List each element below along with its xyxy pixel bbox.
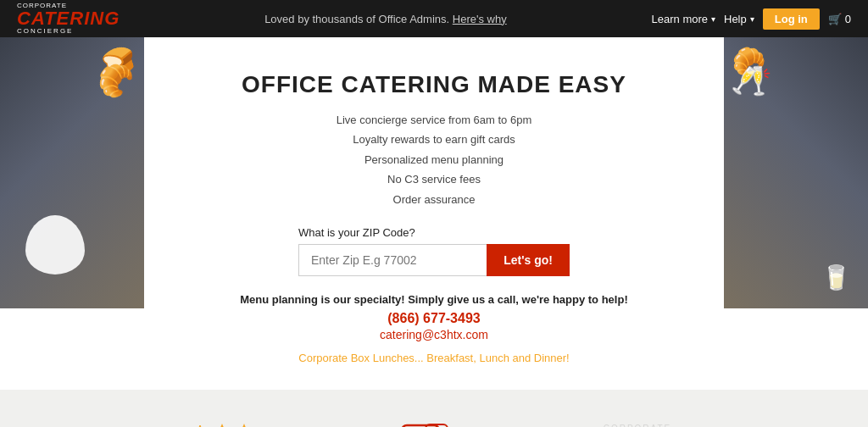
zip-submit-button[interactable]: Let's go! (487, 244, 570, 276)
feature-block-locally-owned: Locally owned. Ranked #1 since 2008 (146, 424, 298, 427)
zip-label: What is your ZIP Code? (298, 226, 415, 239)
zip-input[interactable] (298, 244, 487, 276)
feature-line-1: Live concierge service from 6am to 6pm (337, 110, 531, 130)
site-header: CORPORATE CATERING CONCIERGE Loved by th… (0, 0, 868, 37)
menu-planning-text: Menu planning is our specialty! Simply g… (240, 293, 627, 306)
login-button[interactable]: Log in (763, 8, 820, 30)
features-section: Locally owned. Ranked #1 since 2008 Spea… (0, 390, 868, 427)
logo-concierge: CONCIERGE (17, 28, 73, 35)
heres-why-link[interactable]: Here's why (453, 13, 507, 25)
hero-section: 🍞 OFFICE CATERING MADE EASY Live concier… (0, 37, 868, 390)
hero-content: OFFICE CATERING MADE EASY Live concierge… (144, 37, 724, 390)
help-button[interactable]: Help ▾ (724, 13, 754, 25)
cart-area[interactable]: 🛒 0 (828, 13, 851, 25)
zip-row: Let's go! (298, 244, 570, 276)
chat-bubble-icon (400, 424, 451, 427)
star-3-icon (234, 424, 254, 427)
section2-corporate-label: CORPORATE (553, 424, 722, 427)
cart-count: 0 (845, 13, 851, 25)
email-address: catering@c3htx.com (380, 328, 488, 341)
hero-right-image: 🥐 🥛 (724, 37, 868, 308)
learn-more-button[interactable]: Learn more ▾ (652, 13, 715, 25)
feature-line-4: No C3 service fees (337, 169, 531, 189)
header-nav: Learn more ▾ Help ▾ Log in 🛒 0 (652, 8, 851, 30)
star-rating-icon (190, 424, 254, 427)
logo[interactable]: CORPORATE CATERING CONCIERGE (17, 3, 120, 35)
feature-line-5: Order assurance (337, 190, 531, 209)
chevron-down-icon: ▾ (711, 14, 715, 24)
cart-icon: 🛒 (828, 13, 842, 25)
feature-block-concierge: Speak or chat with a live concierge at a… (349, 424, 502, 427)
star-2-icon (212, 424, 232, 427)
hero-features: Live concierge service from 6am to 6pm L… (337, 110, 531, 209)
feature-line-3: Personalized menu planning (337, 150, 531, 169)
feature-line-2: Loyalty rewards to earn gift cards (337, 130, 531, 149)
hero-left-image: 🍞 (0, 37, 144, 308)
phone-number: (866) 677-3493 (387, 311, 480, 326)
section2-logo-block: CORPORATE CATERING CONCIERGE (553, 424, 722, 427)
hero-title: OFFICE CATERING MADE EASY (242, 71, 626, 98)
logo-catering: CATERING (17, 9, 120, 28)
header-tagline: Loved by thousands of Office Admins. Her… (264, 13, 507, 25)
promo-text: Corporate Box Lunches... Breakfast, Lunc… (298, 352, 569, 364)
star-1-icon (190, 424, 210, 427)
chevron-down-icon: ▾ (750, 14, 754, 24)
